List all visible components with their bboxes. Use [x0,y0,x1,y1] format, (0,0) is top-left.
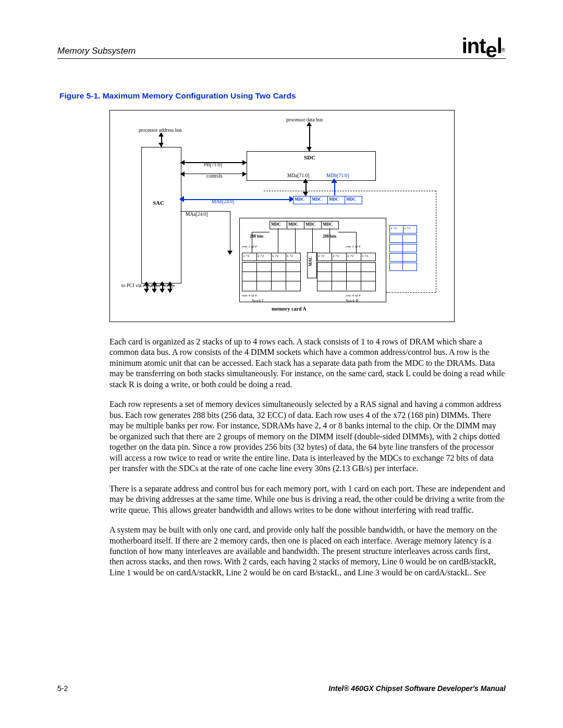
label-stackR: Stack R [346,299,358,303]
label-stackL: Stack L [252,299,264,303]
section-title: Memory Subsystem [57,46,136,56]
label-mdc-a1: MDC [271,223,281,227]
figure-diagram: processor address bus processor data bus… [109,110,455,322]
label-mac: MAC [309,256,313,266]
label-controls: controls [206,174,223,179]
label-mdc-b2: MDC [312,198,322,202]
label-mdc-a2: MDC [288,223,298,227]
label-mab: MAb[24:0] [212,200,234,205]
page-header: Memory Subsystem intel® [57,35,506,59]
manual-title: Intel® 460GX Chipset Software Developer'… [328,684,506,693]
label-mem-card: memory card A [272,306,307,312]
paragraph-3: There is a separate address and control … [57,484,506,515]
label-mdc-b4: MDC [346,198,356,202]
page-number: 5-2 [57,684,68,693]
label-row1-l: row 1 of 4 [242,245,256,249]
label-mdc-b1: MDC [295,198,304,202]
label-maa: MAa[24:0] [186,212,208,217]
label-sac: SAC [153,200,164,206]
intel-logo: intel® [462,35,506,56]
label-mdc-b3: MDC [329,198,339,202]
label-row1-r: row 1 of 4 [346,245,360,249]
paragraph-1: Each card is organized as 2 stacks of up… [57,337,506,390]
label-row4-r: row 4 of 4 [346,294,360,298]
label-proc-data-bus: processor data bus [286,118,323,123]
label-row4-l: row 4 of 4 [242,294,256,298]
label-mdc-a4: MDC [323,223,333,227]
label-mdb: MDb[71:0] [326,174,349,179]
label-sdc: SDC [304,155,315,161]
figure-caption: Figure 5-1. Maximum Memory Configuration… [59,91,506,101]
paragraph-2: Each row represents a set of memory devi… [57,399,506,474]
page-footer: 5-2 Intel® 460GX Chipset Software Develo… [57,684,506,693]
label-to-pci: to PCI via expander bridge [121,283,175,289]
label-mda: MDa[71:0] [287,174,310,179]
label-mdc-a3: MDC [305,223,315,227]
label-pb: PB[71:0] [204,163,222,168]
body-text: Each card is organized as 2 stacks of up… [57,337,506,578]
paragraph-4: A system may be built with only one card… [57,525,506,578]
